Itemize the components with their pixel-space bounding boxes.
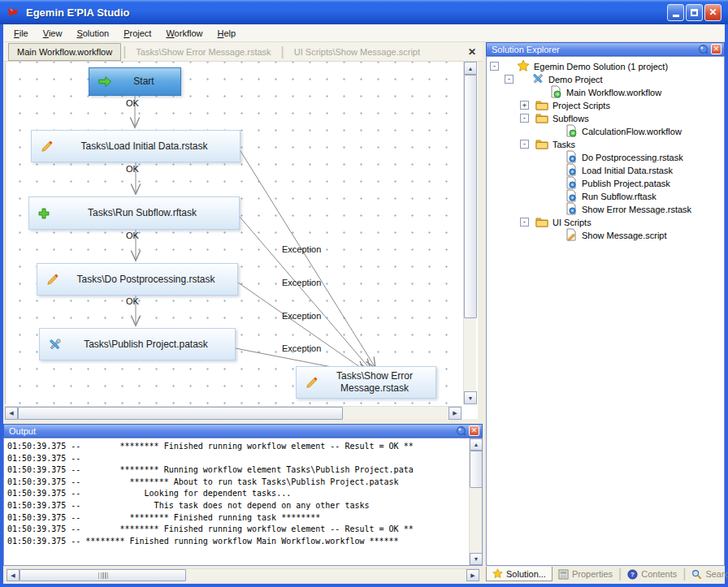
minimize-button[interactable] [667, 4, 684, 21]
workflow-canvas[interactable]: Start Tasks\Load Initial Data.rstask Tas… [5, 62, 462, 404]
folder-icon [535, 98, 548, 111]
pencil-icon [40, 140, 54, 153]
maximize-button[interactable] [686, 4, 703, 21]
tab-solution-explorer[interactable]: Solution... [486, 567, 552, 581]
output-horizontal-scrollbar[interactable]: ◀ ▶ [6, 568, 479, 581]
canvas-horizontal-scrollbar[interactable]: ◀ ▶ [5, 406, 462, 419]
menu-workflow[interactable]: Workflow [158, 26, 210, 41]
tree-item-subflows[interactable]: - Subflows [487, 111, 724, 124]
tab-properties[interactable]: Properties [552, 567, 618, 581]
minimize-icon [673, 15, 679, 17]
tree-item-show-message-script[interactable]: Show Message.script [487, 228, 724, 241]
scroll-left-icon[interactable]: ◀ [6, 569, 20, 581]
task-file-icon [565, 202, 578, 215]
edge-label-exception: Exception [282, 343, 321, 353]
tree-item-project-scripts[interactable]: + Project Scripts [487, 98, 724, 111]
output-hscroll-thumb[interactable] [20, 569, 186, 581]
edge-label-ok: OK [126, 164, 139, 174]
close-icon: ✕ [708, 6, 717, 18]
menu-view[interactable]: View [36, 26, 70, 41]
expand-icon[interactable]: + [520, 101, 529, 110]
task-file-icon [565, 150, 578, 163]
app-logo-icon [6, 5, 21, 19]
scroll-right-icon[interactable]: ▶ [448, 407, 462, 420]
close-button[interactable]: ✕ [704, 4, 722, 21]
node-do-postprocessing[interactable]: Tasks\Do Postprocessing.rstask [37, 263, 238, 296]
tree-item-ui-scripts[interactable]: - UI Scripts [487, 215, 724, 228]
tree-item-run-subflow[interactable]: Run Subflow.rftask [487, 189, 724, 202]
tab-search[interactable]: Search [686, 567, 728, 581]
start-arrow-icon [98, 76, 112, 88]
collapse-icon[interactable]: - [520, 140, 529, 149]
solution-star-icon [517, 59, 530, 72]
collapse-icon[interactable]: - [520, 114, 529, 123]
log-line: 01:50:39.375 -- [7, 453, 482, 465]
tab-show-error-message[interactable]: Tasks\Show Error Message.rstask [128, 44, 279, 60]
tree-item-publish-project[interactable]: Publish Project.patask [487, 176, 724, 189]
scroll-up-icon[interactable]: ▲ [470, 438, 483, 451]
tree-item-solution[interactable]: - Egemin Demo Solution (1 project) [487, 59, 724, 72]
menu-help[interactable]: Help [210, 26, 243, 41]
solution-star-icon [492, 568, 503, 579]
tab-show-message-script[interactable]: UI Scripts\Show Message.script [286, 44, 428, 60]
node-start[interactable]: Start [89, 67, 181, 96]
scroll-right-icon[interactable]: ▶ [466, 569, 479, 581]
autohide-pin-icon[interactable] [698, 44, 708, 54]
node-label: Start [115, 76, 180, 88]
log-line: 01:50:39.375 -- Looking for dependent ta… [7, 488, 482, 500]
node-label: Tasks\Run Subflow.rftask [54, 207, 239, 219]
output-log[interactable]: 01:50:39.375 -- ******** Finished runnin… [3, 438, 483, 566]
tree-item-load-initial-data[interactable]: Load Initial Data.rstask [487, 163, 724, 176]
node-load-initial-data[interactable]: Tasks\Load Initial Data.rstask [31, 130, 240, 162]
titlebar[interactable]: Egemin E'PIA Studio ✕ [0, 0, 728, 24]
scroll-down-icon[interactable]: ▼ [464, 391, 477, 404]
maximize-icon [691, 9, 698, 16]
menu-project[interactable]: Project [116, 26, 158, 41]
output-close-icon[interactable]: ✕ [469, 425, 479, 436]
menu-file[interactable]: File [6, 26, 36, 41]
solution-tree: - Egemin Demo Solution (1 project) - Dem… [486, 56, 725, 566]
collapse-icon[interactable]: - [505, 75, 514, 84]
autohide-pin-icon[interactable] [456, 425, 466, 436]
output-vertical-scrollbar[interactable]: ▲ ▼ [469, 438, 482, 565]
collapse-icon[interactable]: - [490, 62, 499, 71]
tree-item-show-error-message[interactable]: Show Error Message.rstask [487, 202, 724, 215]
workflow-file-icon [549, 85, 562, 98]
tools-icon [48, 338, 62, 352]
edge-label-ok: OK [126, 98, 139, 108]
scroll-up-icon[interactable]: ▲ [464, 62, 477, 75]
tab-separator: | [280, 45, 286, 59]
edge-label-exception: Exception [282, 311, 321, 321]
menu-solution[interactable]: Solution [69, 26, 116, 41]
tab-contents[interactable]: ? Contents [622, 567, 682, 581]
pane-splitter[interactable] [483, 42, 486, 581]
properties-icon [558, 569, 569, 580]
output-header[interactable]: Output ✕ [3, 424, 483, 438]
solution-explorer-close-icon[interactable]: ✕ [711, 44, 722, 54]
window-interior: File View Solution Project Workflow Help… [3, 24, 725, 584]
pencil-icon [46, 273, 59, 287]
solution-explorer-header[interactable]: Solution Explorer ✕ [486, 42, 725, 56]
workflow-file-icon [565, 124, 578, 137]
folder-icon [535, 215, 548, 228]
tree-item-demo-project[interactable]: - Demo Project [487, 72, 724, 85]
node-show-error-message[interactable]: Tasks\Show Error Message.rstask [296, 366, 436, 399]
node-run-subflow[interactable]: Tasks\Run Subflow.rftask [28, 196, 240, 230]
tool-tabbar: Solution... Properties | ? C [486, 567, 725, 581]
canvas-hscroll-thumb[interactable] [18, 407, 343, 420]
scroll-down-icon[interactable]: ▼ [470, 553, 483, 565]
tree-item-calculationflow[interactable]: CalculationFlow.workflow [487, 124, 724, 137]
canvas-vscroll-thumb[interactable] [464, 75, 477, 318]
output-vscroll-thumb[interactable] [470, 451, 483, 488]
tab-close-icon[interactable]: ✕ [468, 46, 476, 58]
log-line: 01:50:39.375 -- This task does not depen… [7, 500, 482, 512]
canvas-vertical-scrollbar[interactable]: ▲ ▼ [463, 62, 476, 404]
collapse-icon[interactable]: - [520, 218, 529, 227]
scroll-left-icon[interactable]: ◀ [5, 407, 18, 420]
tree-item-tasks[interactable]: - Tasks [487, 137, 724, 150]
tree-item-main-workflow[interactable]: Main Workflow.workflow [487, 85, 724, 98]
tab-main-workflow[interactable]: Main Workflow.workflow [8, 43, 121, 61]
node-publish-project[interactable]: Tasks\Publish Project.patask [39, 328, 236, 360]
tree-item-do-postprocessing[interactable]: Do Postprocessing.rstask [487, 150, 724, 163]
app-window: Egemin E'PIA Studio ✕ File View Solution… [0, 0, 728, 587]
